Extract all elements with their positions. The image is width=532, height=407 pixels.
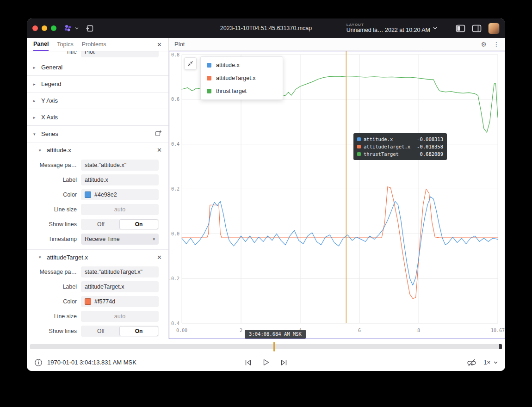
series-item-attitude-target-x[interactable]: ▾ attitudeTarget.x ✕ (27, 249, 168, 265)
tab-problems[interactable]: Problems (82, 38, 106, 51)
panel-menu-kebab-icon[interactable]: ⋮ (493, 41, 500, 48)
message-path-input[interactable]: state."attitudeTarget.x" (81, 266, 159, 278)
field-row: Message pa… state."attitude.x" (27, 158, 168, 173)
message-path-label: Message pa… (27, 162, 81, 168)
tab-panel[interactable]: Panel (33, 38, 49, 51)
show-lines-off-option[interactable]: Off (82, 220, 120, 229)
message-path-input[interactable]: state."attitude.x" (81, 160, 159, 171)
show-lines-toggle: Off On (81, 219, 159, 230)
color-input[interactable]: #4e98e2 (81, 189, 159, 200)
legend-dropdown: attitude.x attitudeTarget.x thrustTarget (200, 56, 283, 100)
data-source-info-button[interactable] (34, 358, 43, 367)
panel-settings-gear-icon[interactable]: ⚙ (481, 41, 487, 48)
label-input[interactable]: attitude.x (81, 174, 159, 185)
maximize-window-button[interactable] (51, 25, 56, 31)
color-swatch[interactable] (85, 298, 91, 305)
svg-text:6: 6 (358, 328, 361, 333)
line-size-input[interactable]: auto (81, 204, 159, 215)
series-item-attitude-x[interactable]: ▾ attitude.x ✕ (27, 142, 168, 158)
triangle-collapsed-icon: ▸ (33, 82, 37, 86)
line-size-label: Line size (27, 206, 81, 213)
svg-text:10.67: 10.67 (491, 328, 505, 333)
section-y-axis-label: Y Axis (41, 97, 58, 104)
tooltip-row: attitude.x -0.008313 (357, 136, 443, 143)
triangle-collapsed-icon: ▸ (33, 65, 37, 70)
show-lines-on-option[interactable]: On (120, 327, 158, 336)
section-general-label: General (41, 64, 62, 71)
toggle-right-sidebar-button[interactable] (472, 25, 482, 32)
clipped-title-row: Title Plot (27, 51, 168, 59)
titlebar: 2023-11-10T04:51:45.631370.mcap LAYOUT U… (27, 18, 505, 38)
label-input[interactable]: attitudeTarget.x (81, 281, 159, 292)
section-x-axis[interactable]: ▸X Axis (27, 109, 168, 126)
tooltip-series-value: 0.682089 (420, 151, 443, 157)
series-name: attitude.x (47, 147, 71, 154)
app-menu-button[interactable] (63, 24, 79, 33)
color-input[interactable]: #f5774d (81, 296, 159, 307)
chart-value-tooltip: attitude.x -0.008313 attitudeTarget.x -0… (353, 133, 447, 160)
add-series-icon[interactable] (155, 130, 162, 138)
left-sidebar-icon (456, 25, 465, 32)
file-title: 2023-11-10T04:51:45.631370.mcap (220, 25, 312, 31)
tooltip-row: attitudeTarget.x -0.018358 (357, 143, 443, 150)
field-row: Line size auto (27, 202, 168, 217)
show-lines-off-option[interactable]: Off (82, 327, 120, 336)
title-field-input[interactable]: Plot (81, 51, 159, 57)
add-panel-button[interactable] (85, 25, 94, 32)
layout-selector[interactable]: LAYOUT Unnamed la… 2022 at 10:20 AM (346, 23, 437, 34)
add-window-icon (85, 25, 94, 32)
minimize-window-button[interactable] (42, 25, 47, 31)
triangle-expanded-icon: ▾ (33, 132, 37, 136)
series-color-chip (357, 137, 361, 141)
legend-label: attitudeTarget.x (216, 75, 255, 81)
timestamp-select[interactable]: Receive Time ▾ (81, 234, 159, 245)
timeline-scrubber[interactable] (30, 344, 502, 349)
triangle-collapsed-icon: ▸ (33, 115, 37, 120)
section-legend[interactable]: ▸Legend (27, 76, 168, 92)
toggle-left-sidebar-button[interactable] (456, 25, 465, 32)
title-field-label: Title (27, 51, 81, 55)
show-lines-toggle: Off On (81, 326, 159, 337)
close-window-button[interactable] (32, 25, 38, 31)
svg-text:0.0: 0.0 (171, 231, 179, 236)
legend-collapse-button[interactable] (184, 57, 197, 70)
tab-topics[interactable]: Topics (57, 38, 73, 51)
show-lines-on-option[interactable]: On (120, 220, 158, 229)
playback-speed-select[interactable]: 1× (483, 359, 498, 366)
tooltip-series-value: -0.018358 (417, 144, 443, 149)
color-swatch[interactable] (85, 191, 91, 198)
plot-chart-area: 0.80.60.40.20.0-0.2-0.40.00246810.67 att… (169, 51, 505, 339)
field-row: Show lines Off On (27, 217, 168, 232)
loop-playback-button[interactable] (467, 358, 476, 367)
remove-series-icon[interactable]: ✕ (157, 147, 162, 154)
remove-series-icon[interactable]: ✕ (157, 254, 162, 261)
seek-forward-button[interactable] (280, 359, 288, 366)
line-size-label: Line size (27, 313, 81, 320)
seek-backward-button[interactable] (244, 359, 252, 366)
label-label: Label (27, 177, 81, 183)
right-sidebar-icon (472, 25, 482, 32)
legend-item[interactable]: attitude.x (201, 59, 283, 72)
show-lines-label: Show lines (27, 221, 81, 228)
triangle-expanded-icon: ▾ (39, 255, 43, 259)
section-series[interactable]: ▾ Series (27, 126, 168, 142)
legend-item[interactable]: thrustTarget (201, 85, 283, 98)
plot-panel-header: Plot ⚙ ⋮ (169, 38, 505, 51)
panel-title: Plot (174, 41, 185, 48)
svg-text:0.00: 0.00 (176, 328, 187, 333)
triangle-collapsed-icon: ▸ (33, 99, 37, 103)
line-size-input[interactable]: auto (81, 311, 159, 322)
timestamp-label: Timestamp (27, 236, 81, 242)
playback-bar: 1970-01-01 3:04:13.831 AM MSK (27, 354, 505, 371)
svg-text:0.8: 0.8 (171, 52, 179, 57)
user-avatar[interactable] (488, 23, 500, 34)
legend-item[interactable]: attitudeTarget.x (201, 72, 283, 85)
section-general[interactable]: ▸General (27, 59, 168, 76)
playhead-caret[interactable] (273, 342, 275, 352)
play-button[interactable] (262, 358, 270, 366)
section-y-axis[interactable]: ▸Y Axis (27, 92, 168, 109)
show-lines-label: Show lines (27, 328, 81, 334)
svg-text:8: 8 (417, 328, 420, 333)
close-sidebar-icon[interactable]: ✕ (157, 41, 162, 48)
legend-label: attitude.x (216, 62, 240, 68)
